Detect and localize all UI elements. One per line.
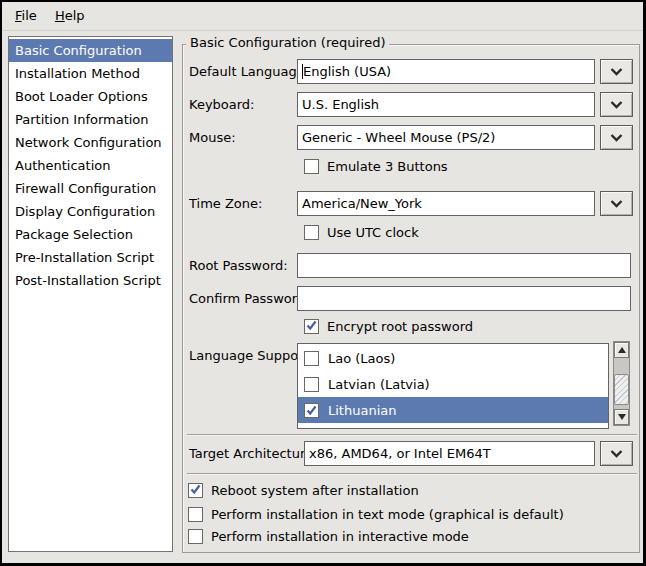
macedonian-checkbox[interactable] — [304, 429, 319, 430]
time-zone-combo-entry[interactable]: America/New_York — [297, 191, 595, 216]
text-mode-install-checkbox[interactable] — [188, 507, 203, 522]
checkmark-icon — [306, 319, 317, 334]
menubar: File Help — [2, 2, 643, 31]
arrow-up-icon — [618, 347, 626, 353]
sidebar-item-boot-loader-options[interactable]: Boot Loader Options — [9, 85, 172, 108]
checkmark-icon — [190, 483, 201, 498]
time-zone-label: Time Zone: — [189, 191, 262, 216]
emulate-3-buttons-label: Emulate 3 Buttons — [327, 158, 448, 175]
chevron-down-icon — [610, 97, 623, 112]
group-title: Basic Configuration (required) — [186, 35, 389, 50]
scrollbar-thumb[interactable] — [614, 374, 629, 405]
language-list-scrollbar[interactable] — [613, 341, 630, 426]
language-support-list: Lao (Laos) Latvian (Latvia) Lithuanian M… — [297, 343, 609, 429]
scrollbar-down-button[interactable] — [614, 409, 629, 425]
sidebar-section-list: Basic Configuration Installation Method … — [8, 36, 173, 552]
mouse-dropdown-button[interactable] — [600, 125, 633, 150]
mouse-label: Mouse: — [189, 125, 236, 150]
sidebar-item-basic-configuration[interactable]: Basic Configuration — [9, 39, 172, 62]
menu-file[interactable]: File — [8, 2, 44, 30]
list-item-label: Latvian (Latvia) — [328, 377, 430, 392]
separator — [187, 473, 637, 475]
root-password-input[interactable] — [297, 253, 631, 278]
separator — [187, 434, 637, 436]
list-item-label: Lithuanian — [328, 403, 396, 418]
reboot-after-install-label: Reboot system after installation — [211, 482, 419, 499]
sidebar-item-post-installation-script[interactable]: Post-Installation Script — [9, 269, 172, 292]
sidebar-item-network-configuration[interactable]: Network Configuration — [9, 131, 172, 154]
arrow-down-icon — [618, 414, 626, 420]
chevron-down-icon — [610, 446, 623, 461]
language-support-label: Language Support: — [189, 343, 313, 368]
default-language-dropdown-button[interactable] — [600, 59, 633, 84]
sidebar-item-installation-method[interactable]: Installation Method — [9, 62, 172, 85]
list-item-lao[interactable]: Lao (Laos) — [298, 345, 608, 371]
target-architecture-label: Target Architecture: — [189, 441, 317, 466]
sidebar-item-firewall-configuration[interactable]: Firewall Configuration — [9, 177, 172, 200]
interactive-install-label: Perform installation in interactive mode — [211, 528, 469, 545]
lao-checkbox[interactable] — [304, 351, 319, 366]
use-utc-clock-checkbox[interactable] — [304, 225, 319, 240]
list-item-label: Lao (Laos) — [328, 351, 395, 366]
sidebar-item-display-configuration[interactable]: Display Configuration — [9, 200, 172, 223]
list-item-label: Macedonian — [328, 429, 407, 430]
text-mode-install-label: Perform installation in text mode (graph… — [211, 506, 564, 523]
sidebar-item-package-selection[interactable]: Package Selection — [9, 223, 172, 246]
chevron-down-icon — [610, 130, 623, 145]
latvian-checkbox[interactable] — [304, 377, 319, 392]
keyboard-combo-entry[interactable]: U.S. English — [297, 92, 595, 117]
menu-help[interactable]: Help — [48, 2, 92, 30]
encrypt-root-password-label: Encrypt root password — [327, 318, 473, 335]
target-architecture-dropdown-button[interactable] — [600, 441, 633, 466]
emulate-3-buttons-checkbox[interactable] — [304, 159, 319, 174]
encrypt-root-password-checkbox[interactable] — [304, 319, 319, 334]
confirm-password-label: Confirm Password: — [189, 286, 309, 311]
keyboard-label: Keyboard: — [189, 92, 255, 117]
kickstart-configurator-window: File Help Basic Configuration Installati… — [0, 0, 646, 566]
basic-configuration-group: Basic Configuration (required) Default L… — [182, 44, 640, 553]
chevron-down-icon — [610, 64, 623, 79]
interactive-install-checkbox[interactable] — [188, 529, 203, 544]
sidebar-item-pre-installation-script[interactable]: Pre-Installation Script — [9, 246, 172, 269]
default-language-label: Default Language: — [189, 59, 309, 84]
keyboard-dropdown-button[interactable] — [600, 92, 633, 117]
mouse-combo-entry[interactable]: Generic - Wheel Mouse (PS/2) — [297, 125, 595, 150]
list-item-macedonian[interactable]: Macedonian — [298, 423, 608, 429]
chevron-down-icon — [610, 196, 623, 211]
use-utc-clock-label: Use UTC clock — [327, 224, 419, 241]
root-password-label: Root Password: — [189, 253, 288, 278]
list-item-lithuanian[interactable]: Lithuanian — [298, 397, 608, 423]
reboot-after-install-checkbox[interactable] — [188, 483, 203, 498]
time-zone-dropdown-button[interactable] — [600, 191, 633, 216]
sidebar-item-partition-information[interactable]: Partition Information — [9, 108, 172, 131]
list-item-latvian[interactable]: Latvian (Latvia) — [298, 371, 608, 397]
confirm-password-input[interactable] — [297, 286, 631, 311]
default-language-combo-entry[interactable]: English (USA) — [297, 59, 595, 84]
lithuanian-checkbox[interactable] — [304, 403, 319, 418]
sidebar-item-authentication[interactable]: Authentication — [9, 154, 172, 177]
target-architecture-combo-entry[interactable]: x86, AMD64, or Intel EM64T — [304, 441, 595, 466]
scrollbar-up-button[interactable] — [614, 342, 629, 358]
